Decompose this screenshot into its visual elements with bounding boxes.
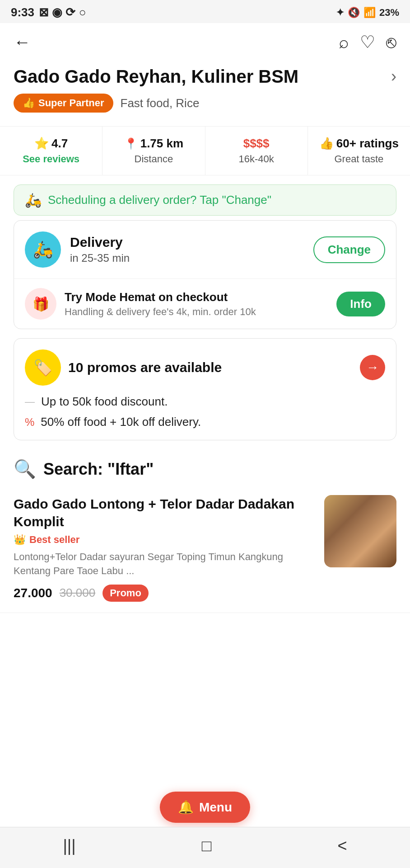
promos-left: 🏷️ 10 promos are available <box>25 349 222 386</box>
food-placeholder <box>324 495 396 567</box>
hemat-icon: 🎁 <box>33 296 49 312</box>
promo-dash-icon: — <box>25 396 35 408</box>
promo-badge: Promo <box>102 585 149 602</box>
menu-price-row: 27.000 30.000 Promo <box>14 585 315 602</box>
thumbs-up-rating-icon: 👍 <box>319 137 334 151</box>
schedule-banner: 🛵 Scheduling a delivery order? Tap "Chan… <box>14 184 396 216</box>
wifi-icon: 📶 <box>363 7 376 19</box>
price-original: 30.000 <box>60 586 96 600</box>
status-icons: ⊠ ◉ ⟳ ○ <box>39 5 86 19</box>
delivery-row: 🛵 Delivery in 25-35 min Change <box>14 221 396 279</box>
see-reviews-link[interactable]: See reviews <box>7 153 95 165</box>
promos-header: 🏷️ 10 promos are available → <box>25 349 385 386</box>
schedule-icon: 🛵 <box>25 192 42 208</box>
bottom-nav: ||| □ < <box>0 827 410 868</box>
bluetooth-icon: ✦ <box>336 7 344 19</box>
stat-rating[interactable]: ⭐ 4.7 See reviews <box>0 127 102 175</box>
menu-item-desc: Lontong+Telor Dadar sayuran Segar Toping… <box>14 550 315 578</box>
promos-title: 10 promos are available <box>68 360 222 375</box>
restaurant-category: Fast food, Rice <box>121 96 200 110</box>
hemat-info: Try Mode Hemat on checkout Handling & de… <box>65 290 336 318</box>
hemat-title: Try Mode Hemat on checkout <box>65 290 336 304</box>
stat-ratings-count: 👍 60+ ratings Great taste <box>308 127 410 175</box>
search-button[interactable]: ⌕ <box>339 33 349 52</box>
stat-distance: 📍 1.75 km Distance <box>102 127 205 175</box>
restaurant-name: Gado Gado Reyhan, Kuliner BSM <box>14 66 391 87</box>
delivery-card: 🛵 Delivery in 25-35 min Change 🎁 Try Mod… <box>14 220 396 329</box>
status-time: 9:33 <box>11 5 34 19</box>
menu-item-info: Gado Gado Lontong + Telor Dadar Dadakan … <box>14 495 315 602</box>
promo-item-2: % 50% off food + 10k off delivery. <box>25 415 385 429</box>
battery-icon: 23% <box>379 7 399 19</box>
delivery-time: in 25-35 min <box>70 252 313 264</box>
pin-icon: 📍 <box>124 137 138 150</box>
menu-item-name: Gado Gado Lontong + Telor Dadar Dadakan … <box>14 495 315 530</box>
menu-item[interactable]: Gado Gado Lontong + Telor Dadar Dadakan … <box>0 484 410 613</box>
delivery-info: Delivery in 25-35 min <box>70 235 313 264</box>
chevron-right-icon[interactable]: › <box>391 67 396 86</box>
promos-card: 🏷️ 10 promos are available → — Up to 50k… <box>14 338 396 440</box>
promos-percent-icon: 🏷️ <box>33 359 52 377</box>
bottom-nav-menu[interactable]: ||| <box>63 836 76 855</box>
crown-icon: 👑 <box>14 534 26 546</box>
search-section: 🔍 Search: "Iftar" <box>0 449 410 484</box>
search-icon: 🔍 <box>14 458 36 480</box>
bottom-nav-back[interactable]: < <box>337 836 347 855</box>
hemat-desc: Handling & delivery fee's 4k, min. order… <box>65 306 336 318</box>
stat-price: $$$$ 16k-40k <box>205 127 308 175</box>
delivery-title: Delivery <box>70 235 313 250</box>
bell-icon: 🔔 <box>178 800 194 815</box>
info-button[interactable]: Info <box>336 292 385 316</box>
promos-arrow-button[interactable]: → <box>360 355 385 380</box>
delivery-moto-icon: 🛵 <box>33 240 53 259</box>
top-nav: ← ⌕ ♡ ⎋ <box>0 23 410 61</box>
promo-percent-icon: % <box>25 416 34 429</box>
mute-icon: 🔇 <box>348 7 360 19</box>
favorite-button[interactable]: ♡ <box>360 32 375 52</box>
promos-icon-wrap: 🏷️ <box>25 349 61 386</box>
hemat-icon-wrap: 🎁 <box>25 288 56 320</box>
delivery-icon-wrap: 🛵 <box>25 231 61 268</box>
promo-item-1: — Up to 50k food discount. <box>25 395 385 409</box>
star-icon: ⭐ <box>34 137 49 151</box>
search-label: Search: "Iftar" <box>43 460 154 479</box>
thumbs-up-icon: 👍 <box>23 97 35 109</box>
bottom-nav-home[interactable]: □ <box>202 836 212 855</box>
floating-menu-button[interactable]: 🔔 Menu <box>160 792 250 823</box>
best-seller-badge: 👑 Best seller <box>14 534 79 546</box>
back-button[interactable]: ← <box>14 33 31 52</box>
stats-bar: ⭐ 4.7 See reviews 📍 1.75 km Distance $$$… <box>0 126 410 175</box>
menu-item-image <box>324 495 396 567</box>
hemat-row: 🎁 Try Mode Hemat on checkout Handling & … <box>14 279 396 329</box>
share-button[interactable]: ⎋ <box>386 33 396 52</box>
change-button[interactable]: Change <box>313 236 385 263</box>
restaurant-header: Gado Gado Reyhan, Kuliner BSM › 👍 Super … <box>0 61 410 122</box>
super-partner-badge: 👍 Super Partner <box>14 94 113 113</box>
status-bar: 9:33 ⊠ ◉ ⟳ ○ ✦ 🔇 📶 23% <box>0 0 410 23</box>
price-current: 27.000 <box>14 586 52 600</box>
